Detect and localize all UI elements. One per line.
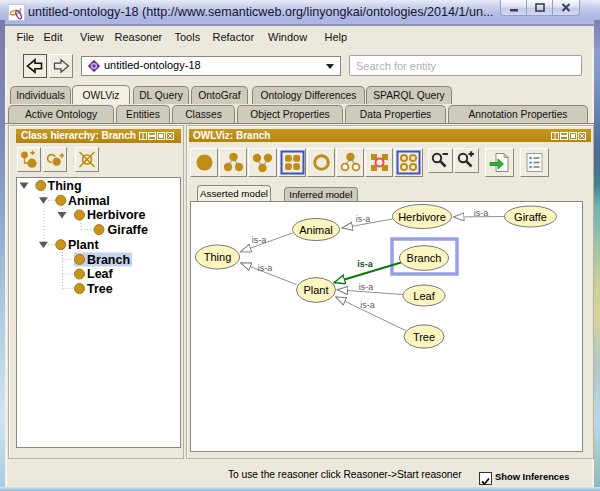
svg-text:Giraffe: Giraffe [514, 211, 547, 223]
svg-text:Plant: Plant [303, 284, 328, 296]
svg-text:Branch: Branch [407, 252, 442, 264]
svg-text:Leaf: Leaf [413, 290, 435, 302]
svg-text:is-a: is-a [359, 282, 374, 292]
svg-text:is-a: is-a [258, 263, 273, 273]
svg-text:Herbivore: Herbivore [87, 208, 145, 222]
svg-text:Giraffe: Giraffe [108, 223, 148, 237]
svg-text:Plant: Plant [68, 238, 99, 252]
svg-text:is-a: is-a [356, 214, 371, 224]
svg-text:Herbivore: Herbivore [398, 211, 446, 223]
svg-text:Thing: Thing [204, 251, 232, 263]
svg-text:Tree: Tree [87, 282, 113, 296]
svg-text:Animal: Animal [68, 194, 110, 208]
svg-text:Leaf: Leaf [87, 267, 114, 281]
svg-text:is-a: is-a [357, 259, 374, 269]
svg-text:Thing: Thing [48, 179, 82, 193]
svg-text:is-a: is-a [474, 208, 489, 218]
svg-text:Animal: Animal [299, 224, 333, 236]
svg-text:Tree: Tree [413, 331, 435, 343]
svg-text:Branch: Branch [87, 253, 130, 267]
svg-text:is-a: is-a [252, 235, 267, 245]
svg-text:is-a: is-a [360, 300, 375, 310]
